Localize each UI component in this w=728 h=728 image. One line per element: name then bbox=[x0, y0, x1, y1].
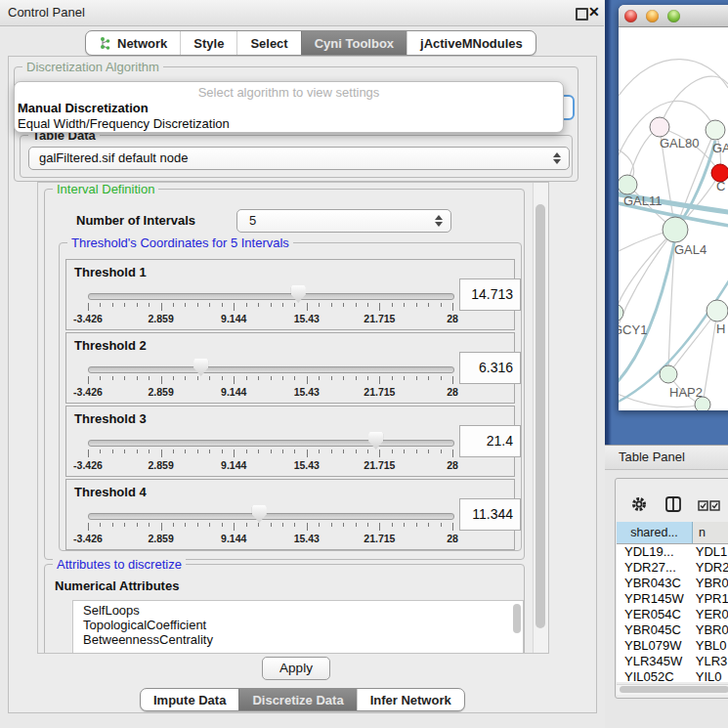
table-row[interactable]: YIL052CYIL0 bbox=[617, 669, 728, 682]
slider-tick bbox=[246, 523, 247, 527]
slider-tick bbox=[234, 303, 235, 311]
table-row[interactable]: YLR345WYLR3 bbox=[617, 654, 728, 669]
threshold-value-field[interactable]: 6.316 bbox=[459, 352, 521, 384]
combo-arrows-icon bbox=[553, 152, 561, 164]
tab-infer-network[interactable]: Infer Network bbox=[357, 689, 464, 710]
network-icon bbox=[99, 36, 111, 51]
split-view-icon[interactable] bbox=[664, 495, 682, 513]
table-row[interactable]: YER054CYER0 bbox=[617, 607, 728, 622]
network-node[interactable] bbox=[663, 217, 688, 242]
minimize-traffic-light-icon[interactable] bbox=[646, 10, 659, 22]
dropdown-option[interactable]: Equal Width/Frequency Discretization bbox=[15, 116, 563, 132]
slider-tick bbox=[209, 523, 210, 527]
list-scrollbar[interactable] bbox=[513, 604, 521, 633]
group-title: Interval Definition bbox=[53, 182, 158, 196]
slider-tick-label: -3.426 bbox=[73, 313, 103, 324]
table-row[interactable]: YPR145WYPR1 bbox=[617, 591, 728, 607]
panel-title: Control Panel bbox=[8, 5, 85, 20]
tab-label: Cyni Toolbox bbox=[315, 36, 394, 51]
threshold-value-field[interactable]: 11.344 bbox=[459, 498, 521, 531]
node-label: GCY1 bbox=[619, 322, 647, 337]
threshold-value-field[interactable]: 21.4 bbox=[459, 425, 521, 457]
network-node[interactable] bbox=[660, 365, 677, 383]
slider-tick bbox=[367, 523, 368, 527]
table-row[interactable]: YBL079WYBL0 bbox=[617, 638, 728, 654]
checkbox-checked-icon[interactable] bbox=[698, 500, 708, 511]
network-node[interactable] bbox=[619, 175, 637, 194]
slider-tick bbox=[416, 303, 417, 307]
cell-name: YBR0 bbox=[692, 622, 728, 638]
panel-scrollbar-thumb[interactable] bbox=[535, 204, 545, 628]
slider-tick bbox=[282, 303, 283, 307]
table-row[interactable]: YBR045CYBR0 bbox=[617, 622, 728, 638]
slider-tick bbox=[137, 303, 138, 307]
gear-icon[interactable] bbox=[630, 495, 648, 513]
slider-tick-label: 28 bbox=[447, 313, 458, 324]
table-hscrollbar-thumb[interactable] bbox=[620, 686, 728, 693]
network-node[interactable] bbox=[695, 397, 710, 410]
attribute-list-item[interactable]: TopologicalCoefficient bbox=[73, 618, 523, 632]
slider-thumb[interactable] bbox=[368, 432, 383, 450]
slider-track[interactable] bbox=[88, 513, 454, 520]
table-panel-body: shared...n YDL19...YDL1YDR27...YDR2YBR04… bbox=[615, 478, 728, 699]
slider-tick bbox=[197, 450, 198, 453]
tab-jactivemnodules[interactable]: jActiveMNodules bbox=[407, 31, 535, 55]
numerical-attributes-list[interactable]: SelfLoopsTopologicalCoefficientBetweenne… bbox=[72, 600, 524, 654]
table-data-combo[interactable]: galFiltered.sif default node bbox=[28, 147, 570, 170]
attribute-list-item[interactable]: BetweennessCentrality bbox=[73, 632, 523, 647]
slider-tick bbox=[149, 523, 150, 527]
slider-tick bbox=[100, 523, 101, 527]
network-canvas[interactable]: GAL80GACGAL11GAL4GCY1HHAP2 bbox=[619, 27, 728, 410]
slider-tick bbox=[282, 450, 283, 453]
slider-tick bbox=[100, 303, 101, 307]
slider-track[interactable] bbox=[88, 293, 454, 300]
table-row[interactable]: YDR27...YDR2 bbox=[617, 560, 728, 576]
network-node[interactable] bbox=[706, 120, 725, 140]
spinner-arrows-icon[interactable] bbox=[435, 215, 443, 227]
slider-tick bbox=[173, 523, 174, 527]
close-traffic-light-icon[interactable] bbox=[624, 10, 637, 22]
table-hscrollbar-track[interactable] bbox=[617, 684, 728, 695]
attribute-list-item[interactable]: SelfLoops bbox=[73, 603, 523, 618]
slider-track[interactable] bbox=[88, 440, 454, 447]
table-row[interactable]: YDL19...YDL1 bbox=[617, 544, 728, 560]
cell-name: YDR2 bbox=[692, 560, 728, 576]
tab-cyni-toolbox[interactable]: Cyni Toolbox bbox=[301, 31, 407, 55]
float-window-icon[interactable] bbox=[576, 8, 588, 21]
cell-name: YBL0 bbox=[692, 638, 728, 654]
slider-tick bbox=[343, 450, 344, 453]
column-header[interactable]: shared... bbox=[617, 522, 693, 543]
panel-scrollbar-track[interactable] bbox=[533, 183, 548, 653]
slider-tick bbox=[441, 376, 442, 380]
tab-label: Style bbox=[193, 36, 224, 51]
tab-network[interactable]: Network bbox=[86, 31, 180, 55]
close-icon[interactable]: ✕ bbox=[588, 4, 600, 20]
slider-tick bbox=[428, 450, 429, 453]
dropdown-option[interactable]: Manual Discretization bbox=[15, 101, 563, 116]
tab-discretize-data[interactable]: Discretize Data bbox=[238, 689, 356, 710]
network-node[interactable] bbox=[650, 117, 669, 137]
slider-tick bbox=[137, 450, 138, 453]
tab-impute-data[interactable]: Impute Data bbox=[141, 689, 238, 710]
apply-button[interactable]: Apply bbox=[262, 657, 330, 680]
column-header[interactable]: n bbox=[693, 522, 728, 543]
slider-tick bbox=[452, 523, 453, 531]
network-node[interactable] bbox=[707, 300, 728, 321]
table-row[interactable]: YBR043CYBR0 bbox=[617, 576, 728, 591]
slider-tick bbox=[222, 450, 223, 453]
slider-tick bbox=[392, 450, 393, 453]
tab-select[interactable]: Select bbox=[236, 31, 300, 55]
slider-thumb[interactable] bbox=[193, 359, 208, 376]
slider-thumb[interactable] bbox=[291, 285, 306, 303]
num-intervals-spinner[interactable]: 5 bbox=[236, 209, 451, 233]
slider-track[interactable] bbox=[88, 366, 454, 373]
control-panel-titlebar bbox=[0, 0, 604, 26]
zoom-traffic-light-icon[interactable] bbox=[667, 10, 680, 22]
network-node[interactable] bbox=[619, 304, 623, 321]
checkbox-checked-icon[interactable] bbox=[709, 500, 720, 511]
slider-thumb[interactable] bbox=[252, 505, 267, 523]
slider-tick bbox=[209, 450, 210, 453]
tab-style[interactable]: Style bbox=[180, 31, 236, 55]
threshold-value-field[interactable]: 14.713 bbox=[459, 278, 521, 311]
slider-tick bbox=[319, 523, 320, 527]
